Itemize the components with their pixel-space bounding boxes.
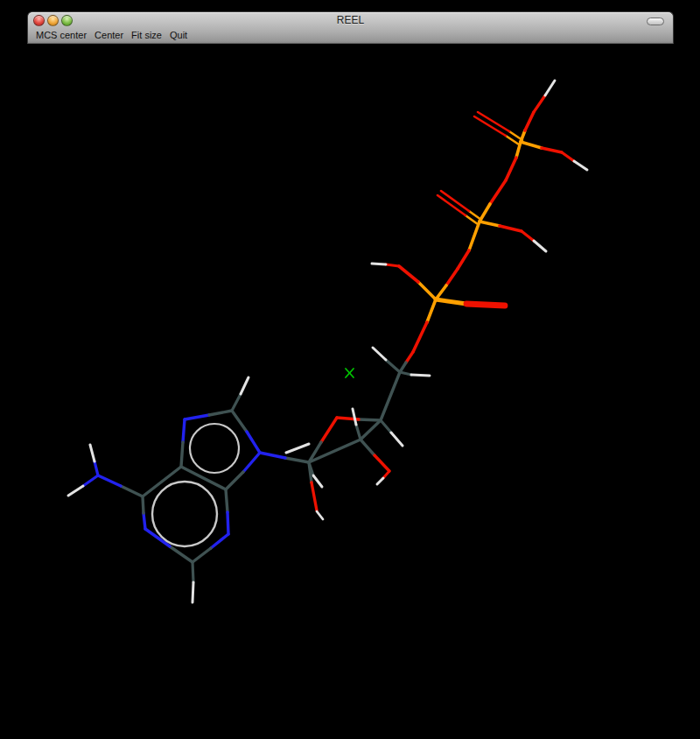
title-row: REEL xyxy=(28,12,673,29)
aromatic-ring-circles xyxy=(152,424,239,546)
center-marker-icon xyxy=(346,369,354,377)
molecule-bonds xyxy=(68,81,587,602)
menu-item-center[interactable]: Center xyxy=(94,30,123,40)
menu-item-fit-size[interactable]: Fit size xyxy=(131,30,162,40)
molecule-canvas[interactable] xyxy=(0,0,700,739)
menu-item-mcs-center[interactable]: MCS center xyxy=(36,30,87,40)
menu-item-quit[interactable]: Quit xyxy=(170,30,187,40)
screen: REEL MCS center Center Fit size Quit xyxy=(0,0,700,739)
window-title: REEL xyxy=(28,14,673,26)
window-titlebar: REEL MCS center Center Fit size Quit xyxy=(27,11,674,44)
menubar: MCS center Center Fit size Quit xyxy=(36,30,187,40)
toolbar-toggle-button[interactable] xyxy=(647,18,664,25)
